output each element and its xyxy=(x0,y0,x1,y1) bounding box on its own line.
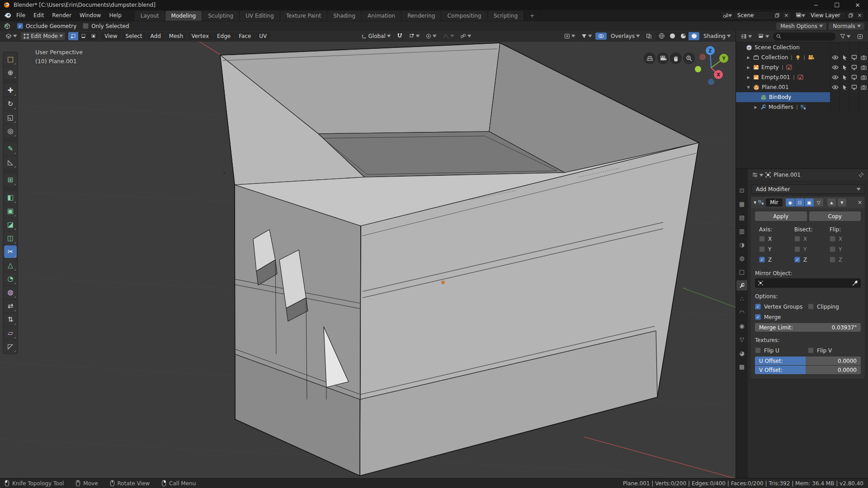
merge-limit-slider[interactable]: Merge Limit: 0.03937" xyxy=(755,323,861,332)
tool-annotate[interactable]: ✎ xyxy=(4,142,17,155)
properties-tab-physics[interactable]: ◠ xyxy=(736,307,747,318)
axis-y-option[interactable]: Y xyxy=(759,244,790,254)
shading-wireframe[interactable] xyxy=(656,32,667,40)
disclosure-right-icon[interactable]: ▶ xyxy=(746,75,751,80)
viewport-menu-view[interactable]: View xyxy=(101,32,121,40)
u-offset-slider[interactable]: U Offset: 0.0000 xyxy=(755,357,861,365)
properties-tab-world[interactable]: ◍ xyxy=(736,253,747,263)
menu-render[interactable]: Render xyxy=(48,12,75,19)
outliner-row-modifiers[interactable]: ▶Modifiers xyxy=(736,102,868,112)
only-selected-checkbox[interactable] xyxy=(83,23,89,29)
modifier-move-up-button[interactable]: ▲ xyxy=(827,198,836,206)
outliner-display-mode-button[interactable]: ▼ xyxy=(756,33,771,40)
camera-view-button[interactable] xyxy=(657,52,669,64)
properties-tab-object[interactable]: □ xyxy=(736,267,747,277)
tool-transform[interactable]: ◎ xyxy=(4,125,17,137)
only-selected-setting[interactable]: Only Selected xyxy=(83,23,129,29)
tool-scale[interactable]: ◱ xyxy=(4,111,17,124)
toggle-pointer-icon[interactable] xyxy=(840,52,849,62)
flip-u-option[interactable]: Flip U xyxy=(755,345,808,356)
outliner-row-collection[interactable]: ▶Collection xyxy=(736,52,868,62)
disclosure-right-icon[interactable]: ▶ xyxy=(746,66,751,70)
remove-view-layer-button[interactable]: × xyxy=(855,12,864,19)
tool-smooth[interactable]: ◍ xyxy=(4,286,17,299)
blender-icon[interactable] xyxy=(4,12,11,19)
tab-rendering[interactable]: Rendering xyxy=(401,11,441,21)
disclosure-right-icon[interactable]: ▶ xyxy=(746,56,751,60)
shading-material[interactable] xyxy=(678,32,689,40)
tab-modeling[interactable]: Modeling xyxy=(165,11,203,21)
dumpster-mesh[interactable] xyxy=(220,43,699,476)
flip-v-checkbox[interactable] xyxy=(808,347,814,353)
perspective-toggle-button[interactable] xyxy=(644,52,656,64)
bisect-z-checkbox[interactable]: ✓ xyxy=(794,257,800,263)
toggle-eye-icon[interactable] xyxy=(830,52,840,62)
toggle-camera-icon[interactable] xyxy=(859,82,868,92)
outliner-row-plane-001[interactable]: ▼Plane.001 xyxy=(736,82,868,92)
tab-texture-paint[interactable]: Texture Paint xyxy=(280,11,327,21)
flip-x-option[interactable]: X xyxy=(830,234,861,244)
merge-option[interactable]: ✓Merge xyxy=(755,312,861,322)
viewport-menu-face[interactable]: Face xyxy=(235,32,255,40)
viewport-menu-add[interactable]: Add xyxy=(147,32,165,40)
menu-file[interactable]: File xyxy=(12,12,29,19)
proportional-editing-dropdown[interactable]: ▼ xyxy=(423,33,439,40)
viewport-menu-uv[interactable]: UV xyxy=(255,32,270,40)
bisect-x-option[interactable]: X xyxy=(794,234,826,244)
modifier-name-field[interactable]: Mir xyxy=(766,198,783,206)
outliner-row-empty-001[interactable]: ▶Empty.001 xyxy=(736,72,868,82)
merge-checkbox[interactable]: ✓ xyxy=(755,314,761,320)
properties-tab-tool[interactable]: ⊡ xyxy=(736,185,747,196)
tool-select-box[interactable]: □ xyxy=(4,53,17,66)
tab-scripting[interactable]: Scripting xyxy=(488,11,524,21)
toggle-pointer-icon[interactable] xyxy=(840,62,849,72)
outliner-row-empty[interactable]: ▶Empty xyxy=(736,62,868,72)
normals-dropdown[interactable]: Normals▼ xyxy=(829,23,864,30)
gizmo-neg-y[interactable] xyxy=(695,66,701,72)
tab-shading[interactable]: Shading xyxy=(327,11,362,21)
toggle-monitor-icon[interactable] xyxy=(849,52,859,62)
maximize-button[interactable]: ☐ xyxy=(826,0,847,10)
tool-cursor[interactable]: ⊕ xyxy=(4,66,17,79)
tab-sculpting[interactable]: Sculpting xyxy=(202,11,240,21)
tab-uv-editing[interactable]: UV Editing xyxy=(240,11,280,21)
modifier-cage-toggle[interactable]: ▽ xyxy=(814,198,824,206)
flip-v-option[interactable]: Flip V xyxy=(808,345,861,356)
gizmo-neg-z[interactable] xyxy=(708,79,714,85)
pan-view-button[interactable] xyxy=(670,52,682,64)
toggle-camera-icon[interactable] xyxy=(859,62,868,72)
axis-z-option[interactable]: ✓Z xyxy=(759,254,790,265)
tab-layout[interactable]: Layout xyxy=(135,11,165,21)
shading-solid[interactable] xyxy=(667,32,678,40)
properties-tab-material[interactable]: ◕ xyxy=(736,348,747,358)
shading-rendered[interactable] xyxy=(689,32,699,40)
menu-help[interactable]: Help xyxy=(105,12,125,19)
vertex-groups-checkbox[interactable]: ✓ xyxy=(755,304,761,310)
bisect-z-option[interactable]: ✓Z xyxy=(794,254,826,265)
properties-tab-view-layer[interactable]: ▥ xyxy=(736,226,747,236)
outliner-filter-button[interactable]: ▼ xyxy=(837,33,853,40)
editor-type-button[interactable]: ▼ xyxy=(3,33,19,40)
show-gizmo-dropdown[interactable]: ▼ xyxy=(561,33,577,40)
new-view-layer-button[interactable] xyxy=(846,12,855,19)
modifier-realtime-toggle[interactable]: ⊡ xyxy=(795,198,805,206)
edge-select-mode[interactable] xyxy=(78,32,88,40)
menu-edit[interactable]: Edit xyxy=(29,12,48,19)
modifier-editmode-toggle[interactable]: ▣ xyxy=(805,198,814,206)
overlays-filter-dropdown[interactable]: ▼ xyxy=(579,33,594,40)
navigation-gizmo[interactable]: Z Y X xyxy=(691,44,731,85)
overlays-toggle[interactable] xyxy=(595,33,607,40)
scene-name[interactable]: Scene xyxy=(734,12,773,19)
shading-dropdown[interactable]: Shading▼ xyxy=(701,32,733,40)
modifier-delete-button[interactable]: × xyxy=(858,199,862,206)
tool-shear[interactable]: ▱ xyxy=(4,327,17,339)
flip-y-option[interactable]: Y xyxy=(830,244,861,254)
tool-shrink-fatten[interactable]: ⇅ xyxy=(4,313,17,326)
properties-tab-render[interactable]: ▦ xyxy=(736,199,747,209)
mirror-object-field[interactable] xyxy=(755,278,861,288)
gizmo-neg-x[interactable] xyxy=(699,54,706,60)
add-workspace-button[interactable]: + xyxy=(524,11,541,21)
properties-tab-object-data[interactable]: ▽ xyxy=(736,334,747,345)
toggle-eye-icon[interactable] xyxy=(830,82,840,92)
occlude-geometry-checkbox[interactable]: ✓ xyxy=(17,23,23,29)
